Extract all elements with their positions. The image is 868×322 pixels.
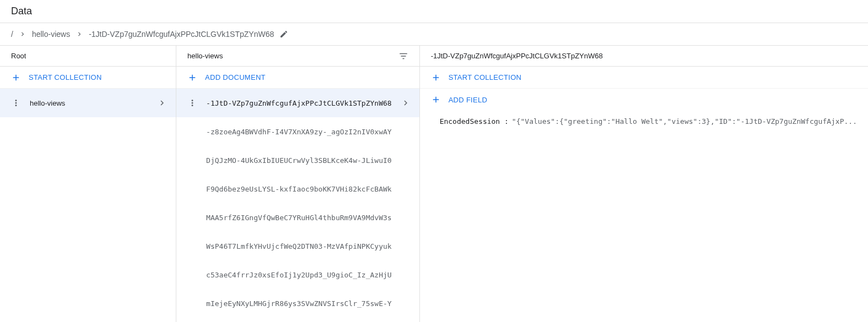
- collection-item[interactable]: hello-views: [0, 89, 176, 117]
- start-collection-button[interactable]: START COLLECTION: [0, 67, 176, 89]
- pencil-icon[interactable]: [279, 30, 288, 39]
- document-item[interactable]: MAA5rfZ6IGngVfQwBeC7YRuHGl4thbuRm9VA9Mdv…: [176, 203, 419, 232]
- add-field-label: ADD FIELD: [449, 96, 488, 104]
- start-collection-button[interactable]: START COLLECTION: [420, 67, 868, 89]
- chevron-right-icon: [19, 30, 26, 38]
- panel-root-header: Root: [0, 46, 176, 67]
- add-document-button[interactable]: ADD DOCUMENT: [176, 67, 419, 89]
- document-item[interactable]: -z8zoeAg4BWVdhF-I4V7XnXA9zy-_agOzI2nIV0x…: [176, 117, 419, 146]
- plus-icon: [431, 73, 441, 83]
- collection-item-label: hello-views: [30, 99, 148, 107]
- document-item[interactable]: DjQJzMO-4UkGxIbIUEUCrwVyl3SBLKceK4w-JLiw…: [176, 146, 419, 174]
- plus-icon: [431, 95, 441, 105]
- plus-icon: [187, 73, 197, 83]
- chevron-right-icon: [157, 98, 167, 108]
- document-item-label: F9Qd6bez9eUsLYSL-kxfIaoc9boKK7VHi82kcFcB…: [206, 185, 392, 193]
- panel-fields: -1JtD-VZp7guZnWfcgufAjxPPcJtCLGVk1STpZYn…: [420, 46, 868, 322]
- breadcrumb-segment[interactable]: -1JtD-VZp7guZnWfcgufAjxPPcJtCLGVk1STpZYn…: [89, 30, 274, 39]
- document-item-label: -1JtD-VZp7guZnWfcgufAjxPPcJtCLGVk1STpZYn…: [206, 99, 392, 107]
- chevron-right-icon: [76, 30, 83, 38]
- filter-icon[interactable]: [398, 51, 408, 61]
- field-key: EncodedSession :: [440, 117, 509, 125]
- start-collection-label: START COLLECTION: [29, 73, 102, 81]
- breadcrumb-root-slash[interactable]: /: [11, 30, 13, 39]
- start-collection-label: START COLLECTION: [449, 73, 522, 81]
- document-item[interactable]: mIejeEyNXyLMHGjrR86ys3SVwZNVSIrsClr_75sw…: [176, 289, 419, 318]
- panel-docs-header: hello-views: [176, 46, 419, 67]
- panel-docs-title: hello-views: [187, 52, 223, 60]
- document-item-label: MAA5rfZ6IGngVfQwBeC7YRuHGl4thbuRm9VA9Mdv…: [206, 214, 392, 222]
- document-item-label: WsP46T7LmfkYHvUjcfWeQ2DTN03-MzVAfpiNPKCy…: [206, 242, 392, 250]
- field-row[interactable]: EncodedSession :"{"Values":{"greeting":"…: [420, 111, 868, 132]
- add-document-label: ADD DOCUMENT: [205, 73, 266, 81]
- breadcrumb-segment[interactable]: hello-views: [32, 30, 70, 39]
- document-item[interactable]: F9Qd6bez9eUsLYSL-kxfIaoc9boKK7VHi82kcFcB…: [176, 174, 419, 203]
- chevron-right-icon: [401, 98, 411, 108]
- more-vert-icon[interactable]: [11, 98, 21, 108]
- breadcrumb: / hello-views -1JtD-VZp7guZnWfcgufAjxPPc…: [0, 23, 868, 45]
- document-item[interactable]: WsP46T7LmfkYHvUjcfWeQ2DTN03-MzVAfpiNPKCy…: [176, 232, 419, 260]
- page-title: Data: [11, 6, 857, 17]
- panel-root: Root START COLLECTION hello-views: [0, 46, 176, 322]
- panel-fields-header: -1JtD-VZp7guZnWfcgufAjxPPcJtCLGVk1STpZYn…: [420, 46, 868, 67]
- panel-documents: hello-views ADD DOCUMENT -1JtD-VZp7guZnW…: [176, 46, 420, 322]
- document-item-label: -z8zoeAg4BWVdhF-I4V7XnXA9zy-_agOzI2nIV0x…: [206, 128, 392, 136]
- more-vert-icon[interactable]: [187, 98, 197, 108]
- document-item-label: mIejeEyNXyLMHGjrR86ys3SVwZNVSIrsClr_75sw…: [206, 299, 392, 308]
- panel-fields-title: -1JtD-VZp7guZnWfcgufAjxPPcJtCLGVk1STpZYn…: [431, 52, 603, 60]
- field-value: "{"Values":{"greeting":"Hallo Welt","vie…: [512, 117, 857, 125]
- document-item[interactable]: c53aeC4frrJz0xsEfoIj1y2Upd3_U9gioC_Iz_Az…: [176, 260, 419, 289]
- panel-root-title: Root: [11, 52, 26, 60]
- document-item-label: DjQJzMO-4UkGxIbIUEUCrwVyl3SBLKceK4w-JLiw…: [206, 156, 392, 165]
- document-item[interactable]: -1JtD-VZp7guZnWfcgufAjxPPcJtCLGVk1STpZYn…: [176, 89, 419, 117]
- plus-icon: [11, 73, 21, 83]
- document-item-label: c53aeC4frrJz0xsEfoIj1y2Upd3_U9gioC_Iz_Az…: [206, 271, 392, 279]
- add-field-button[interactable]: ADD FIELD: [420, 89, 868, 111]
